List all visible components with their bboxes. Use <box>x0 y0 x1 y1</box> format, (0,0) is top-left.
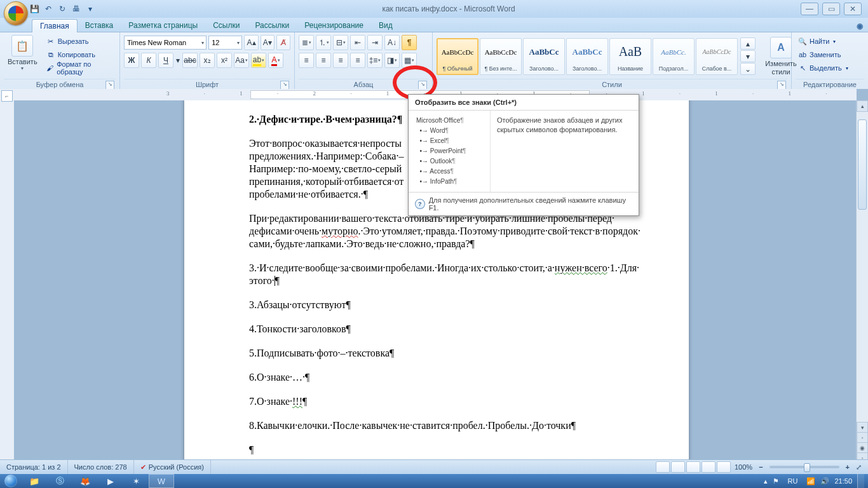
styles-row-down-icon[interactable]: ▾ <box>740 50 756 62</box>
cut-button[interactable]: ✂Вырезать <box>44 35 116 48</box>
zoom-in-button[interactable]: + <box>843 463 852 471</box>
replace-button[interactable]: abЗаменить <box>796 48 851 61</box>
numbering-button[interactable]: ⒈ <box>316 35 331 50</box>
tab-review[interactable]: Рецензирование <box>297 19 371 32</box>
web-layout-view-button[interactable] <box>686 461 700 473</box>
tray-flag-icon[interactable]: ⚑ <box>773 477 779 485</box>
highlight-button[interactable]: ab <box>251 53 266 68</box>
format-painter-button[interactable]: 🖌Формат по образцу <box>44 62 116 74</box>
style-tile[interactable]: AaBbCcЗаголово... <box>566 38 608 75</box>
align-center-button[interactable]: ≡ <box>316 53 331 68</box>
taskbar-app-icon[interactable]: ✶ <box>123 474 149 488</box>
font-name-combo[interactable]: Times New Roman <box>124 36 207 50</box>
taskbar-skype-icon[interactable]: Ⓢ <box>47 474 72 488</box>
select-button[interactable]: ↖Выделить▾ <box>796 62 851 74</box>
borders-button[interactable]: ▦ <box>402 53 417 68</box>
status-word-count[interactable]: Число слов: 278 <box>68 460 134 474</box>
increase-indent-button[interactable]: ⇥ <box>367 35 383 50</box>
tray-language[interactable]: RU <box>784 477 802 485</box>
outline-view-button[interactable] <box>702 461 715 473</box>
maximize-button[interactable]: ▭ <box>822 3 840 15</box>
clipboard-launcher-icon[interactable]: ↘ <box>105 81 114 90</box>
bullets-button[interactable]: ≣ <box>299 35 314 50</box>
tray-volume-icon[interactable]: 🔊 <box>820 477 829 485</box>
taskbar-firefox-icon[interactable]: 🦊 <box>72 474 98 488</box>
tray-expand-icon[interactable]: ▴ <box>764 477 768 485</box>
qat-quickprint-icon[interactable]: 🖶 <box>70 3 83 15</box>
status-language[interactable]: ✔Русский (Россия) <box>134 460 211 474</box>
zoom-slider[interactable] <box>770 466 839 468</box>
style-tile[interactable]: AaBbCcDcСлабое в... <box>696 38 738 75</box>
zoom-fit-icon[interactable]: ⤢ <box>852 463 865 471</box>
tab-mailings[interactable]: Рассылки <box>247 19 297 32</box>
underline-button[interactable]: Ч <box>158 53 173 68</box>
taskbar-word-icon[interactable]: W <box>149 474 174 488</box>
tab-home[interactable]: Главная <box>32 19 78 32</box>
styles-launcher-icon[interactable]: ↘ <box>777 81 786 90</box>
scroll-up-icon[interactable]: ▴ <box>857 100 868 112</box>
status-page[interactable]: Страница: 1 из 2 <box>0 460 68 474</box>
sort-button[interactable]: A↓ <box>384 35 400 50</box>
tab-references[interactable]: Ссылки <box>205 19 247 32</box>
close-button[interactable]: ✕ <box>844 3 862 15</box>
font-color-button[interactable]: A <box>268 53 283 68</box>
italic-button[interactable]: К <box>141 53 156 68</box>
paragraph-launcher-icon[interactable]: ↘ <box>418 81 427 90</box>
shading-button[interactable]: ◨ <box>384 53 400 68</box>
office-button[interactable] <box>4 1 28 25</box>
justify-button[interactable]: ≡ <box>350 53 365 68</box>
styles-row-up-icon[interactable]: ▴ <box>740 37 756 50</box>
superscript-button[interactable]: x² <box>217 53 232 68</box>
qat-save-icon[interactable]: 💾 <box>28 3 41 15</box>
style-tile[interactable]: AaBbCcЗаголово... <box>523 38 565 75</box>
align-right-button[interactable]: ≡ <box>333 53 348 68</box>
multilevel-list-button[interactable]: ⊟ <box>333 35 348 50</box>
qat-redo-icon[interactable]: ↻ <box>56 3 69 15</box>
taskbar-explorer-icon[interactable]: 📁 <box>22 474 47 488</box>
tab-page-layout[interactable]: Разметка страницы <box>121 19 205 32</box>
styles-gallery[interactable]: AaBbCcDc¶ ОбычныйAaBbCcDc¶ Без инте...Aa… <box>437 38 739 75</box>
paste-dropdown-icon[interactable]: ▾ <box>21 65 24 71</box>
show-hide-pilcrow-button[interactable]: ¶ <box>402 35 417 50</box>
bold-button[interactable]: Ж <box>124 53 139 68</box>
copy-button[interactable]: ⧉Копировать <box>44 48 116 61</box>
clear-formatting-button[interactable]: A̸ <box>276 35 290 50</box>
qat-undo-icon[interactable]: ↶ <box>42 3 55 15</box>
line-spacing-button[interactable]: ‡≡ <box>367 53 383 68</box>
style-tile[interactable]: AaBbCcDc¶ Обычный <box>437 38 478 75</box>
grow-font-button[interactable]: A▴ <box>244 35 258 50</box>
print-layout-view-button[interactable] <box>656 461 670 473</box>
zoom-out-button[interactable]: − <box>756 463 765 471</box>
taskbar-media-icon[interactable]: ▶ <box>98 474 123 488</box>
tab-view[interactable]: Вид <box>371 19 400 32</box>
tab-selector-icon[interactable]: ⌐ <box>1 90 13 102</box>
zoom-slider-thumb[interactable] <box>804 463 810 472</box>
help-icon[interactable]: ◉ <box>851 20 868 32</box>
strikethrough-button[interactable]: abc <box>182 53 198 68</box>
qat-customize-icon[interactable]: ▾ <box>84 3 97 15</box>
align-left-button[interactable]: ≡ <box>299 53 314 68</box>
find-button[interactable]: 🔍Найти▾ <box>796 35 851 48</box>
draft-view-button[interactable] <box>717 461 731 473</box>
tray-clock[interactable]: 21:50 <box>834 477 852 485</box>
zoom-level[interactable]: 100% <box>731 463 756 471</box>
vertical-scrollbar[interactable]: ▴ ▾ ◦ ◉ ◦ <box>856 100 868 464</box>
change-case-button[interactable]: Aa <box>234 53 249 68</box>
style-tile[interactable]: AaBbCc.Подзагол... <box>653 38 695 75</box>
tray-network-icon[interactable]: 📶 <box>806 477 815 485</box>
font-size-combo[interactable]: 12 <box>208 36 242 50</box>
minimize-button[interactable]: — <box>801 3 818 15</box>
paste-button[interactable]: 📋 Вставить ▾ <box>4 34 41 72</box>
style-tile[interactable]: АаВНазвание <box>609 38 651 75</box>
font-launcher-icon[interactable]: ↘ <box>280 81 289 90</box>
system-tray[interactable]: ▴ ⚑ RU 📶 🔊 21:50 <box>760 474 868 488</box>
styles-more-icon[interactable]: ⌄ <box>740 63 756 75</box>
shrink-font-button[interactable]: A▾ <box>261 35 275 50</box>
scroll-thumb[interactable] <box>858 119 867 210</box>
tab-insert[interactable]: Вставка <box>78 19 121 32</box>
subscript-button[interactable]: x₂ <box>200 53 215 68</box>
style-tile[interactable]: AaBbCcDc¶ Без инте... <box>480 38 522 75</box>
decrease-indent-button[interactable]: ⇤ <box>350 35 365 50</box>
start-button[interactable] <box>0 474 22 488</box>
full-screen-view-button[interactable] <box>671 461 685 473</box>
